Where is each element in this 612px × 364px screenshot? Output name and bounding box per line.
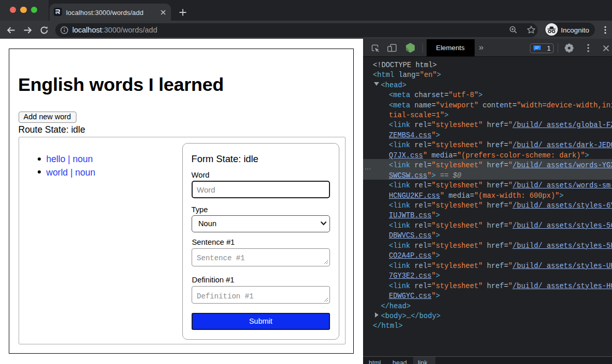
svg-text:1: 1 — [547, 44, 551, 52]
